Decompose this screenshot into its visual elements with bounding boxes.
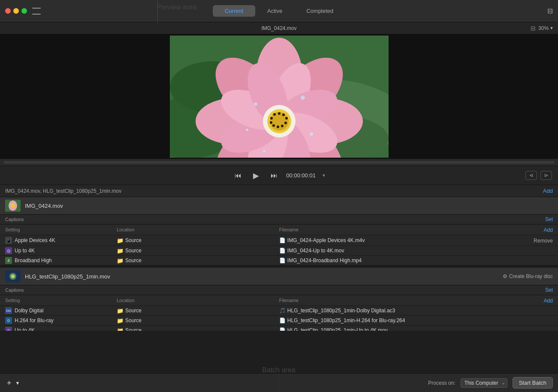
col-header-setting-2: Setting bbox=[5, 298, 117, 303]
minimize-button[interactable] bbox=[13, 8, 19, 14]
job-2-thumbnail-svg bbox=[5, 270, 21, 282]
svg-point-24 bbox=[278, 112, 281, 115]
titlebar: Current Active Completed ⊟ bbox=[0, 0, 558, 22]
batch-add-button[interactable]: Add bbox=[543, 188, 553, 194]
svg-point-31 bbox=[270, 121, 272, 124]
preview-header-right: ⊟ 30% ▼ bbox=[531, 25, 554, 32]
add-btn-group: + ▼ bbox=[5, 378, 21, 388]
job-1-filename-3: 📄 IMG_0424-Broadband High.mp4 bbox=[279, 257, 523, 263]
job-2-captions-row: Captions Set bbox=[0, 285, 558, 295]
svg-point-34 bbox=[254, 102, 257, 106]
job-item-1: IMG_0424.mov Captions Set Setting Locati… bbox=[0, 197, 558, 266]
create-bluray-button[interactable]: ⚙ Create Blu-ray disc bbox=[503, 273, 553, 279]
timecode-display[interactable]: 00:00:00:01 bbox=[286, 172, 316, 179]
bottom-right-controls: Process on: This Computer Start Batch bbox=[428, 377, 553, 389]
playback-right-controls: ⊲ ⊳ bbox=[525, 171, 552, 180]
job-1-settings: Captions Set Setting Location Filename A… bbox=[0, 215, 558, 266]
job-2-add-button[interactable]: Add bbox=[544, 298, 553, 304]
file-icon-3: 📄 bbox=[279, 257, 286, 263]
file-icon-2: 📄 bbox=[279, 248, 286, 254]
svg-point-44 bbox=[11, 275, 15, 278]
skip-back-button[interactable]: ⏮ bbox=[232, 170, 244, 182]
job-1-add-button[interactable]: Add bbox=[544, 227, 553, 233]
folder-icon: 📁 bbox=[117, 237, 124, 244]
job-2-setting-2: ⊙ H.264 for Blu-ray bbox=[5, 317, 117, 324]
folder-icon-2: 📁 bbox=[117, 248, 124, 254]
play-button[interactable]: ▶ bbox=[250, 170, 262, 182]
process-label: Process on: bbox=[428, 380, 455, 386]
svg-point-33 bbox=[273, 113, 276, 116]
preview-filename: IMG_0424.mov bbox=[261, 25, 296, 31]
job-2-set-button[interactable]: Set bbox=[545, 287, 553, 293]
vertical-divider bbox=[279, 374, 279, 392]
job-1-setting-row-2: ⊙ Up to 4K 📁 Source 📄 IMG_0424-Up to 4K.… bbox=[0, 246, 558, 256]
zoom-chevron-icon: ▼ bbox=[549, 26, 554, 30]
job-2-filename-2: 📄 HLG_testClip_1080p25_1min-H.264 for Bl… bbox=[279, 317, 523, 323]
svg-point-32 bbox=[270, 117, 273, 120]
svg-point-30 bbox=[272, 124, 275, 127]
add-job-chevron-button[interactable]: ▼ bbox=[14, 380, 21, 386]
circle2-icon: ⊙ bbox=[5, 327, 12, 331]
svg-point-35 bbox=[301, 96, 305, 100]
process-select[interactable]: This Computer bbox=[461, 378, 507, 388]
job-1-setting-3: 4 Broadband High bbox=[5, 257, 117, 264]
folder-icon-3: 📁 bbox=[117, 257, 124, 264]
col-header-add-2: Add bbox=[523, 296, 553, 304]
fullscreen-button[interactable] bbox=[21, 8, 27, 14]
zoom-control[interactable]: 30% ▼ bbox=[538, 25, 554, 31]
job-1-setting-2: ⊙ Up to 4K bbox=[5, 247, 117, 254]
job-1-captions-row: Captions Set bbox=[0, 215, 558, 224]
scrubber-timeline[interactable] bbox=[3, 161, 555, 164]
batch-header-row: IMG_0424.mov, HLG_testClip_1080p25_1min.… bbox=[0, 185, 558, 197]
job-1-filename-1: 📄 IMG_0424-Apple Devices 4K.m4v bbox=[279, 237, 523, 243]
mark-out-button[interactable]: ⊳ bbox=[540, 171, 552, 180]
job-2-location-3: 📁 Source bbox=[117, 327, 279, 331]
close-button[interactable] bbox=[5, 8, 11, 14]
col-header-filename-2: Filename bbox=[279, 298, 523, 303]
captions-label: Captions bbox=[5, 217, 545, 222]
job-1-setting-row-1: 📱 Apple Devices 4K 📁 Source 📄 IMG_0424-A… bbox=[0, 235, 558, 246]
skip-forward-button[interactable]: ⏭ bbox=[268, 170, 280, 182]
playback-controls: ⏮ ▶ ⏭ 00:00:00:01 ▼ ⊲ ⊳ bbox=[0, 166, 558, 185]
tab-completed[interactable]: Completed bbox=[294, 5, 345, 17]
job-2-thumbnail bbox=[5, 270, 21, 282]
tab-current[interactable]: Current bbox=[213, 5, 255, 17]
job-1-location-3: 📁 Source bbox=[117, 257, 279, 264]
job-2-setting-row-3: ⊙ Up to 4K 📁 Source 📄 HLG_testClip_1080p… bbox=[0, 326, 558, 331]
job-2-location-2: 📁 Source bbox=[117, 317, 279, 324]
file-icon-5: 📄 bbox=[279, 317, 286, 323]
scrubber-bar[interactable]: ⌖ bbox=[0, 159, 558, 166]
svg-point-28 bbox=[281, 125, 284, 127]
zoom-value: 30% bbox=[538, 25, 549, 31]
col-header-filename: Filename bbox=[279, 227, 523, 232]
job-1-remove-button[interactable]: Remove bbox=[534, 238, 553, 244]
job-2-setting-1: DD Dolby Digital bbox=[5, 307, 117, 314]
preview-header: IMG_0424.mov ⊟ 30% ▼ bbox=[0, 22, 558, 34]
tab-active[interactable]: Active bbox=[255, 5, 294, 17]
file-icon-6: 📄 bbox=[279, 327, 286, 331]
split-view-icon[interactable]: ⊟ bbox=[531, 25, 536, 32]
folder-icon-6: 📁 bbox=[117, 327, 124, 331]
svg-point-36 bbox=[246, 129, 248, 131]
start-batch-button[interactable]: Start Batch bbox=[513, 377, 553, 389]
job-2-setting-3: ⊙ Up to 4K bbox=[5, 327, 117, 331]
traffic-lights bbox=[5, 8, 27, 14]
job-1-set-button[interactable]: Set bbox=[545, 216, 553, 222]
mark-in-button[interactable]: ⊲ bbox=[525, 171, 537, 180]
4k-icon: 4 bbox=[5, 257, 12, 264]
bottom-bar: + ▼ Process on: This Computer Start Batc… bbox=[0, 373, 558, 392]
settings-icon[interactable]: ⊟ bbox=[547, 7, 553, 15]
svg-point-26 bbox=[285, 117, 288, 120]
svg-point-29 bbox=[277, 126, 279, 128]
folder-icon-5: 📁 bbox=[117, 317, 124, 324]
folder-icon-4: 📁 bbox=[117, 308, 124, 314]
gear-icon: ⚙ bbox=[503, 273, 507, 279]
col-header-setting: Setting bbox=[5, 227, 117, 232]
preview-image bbox=[170, 36, 389, 158]
process-select-wrapper: This Computer bbox=[461, 378, 507, 388]
add-job-button[interactable]: + bbox=[5, 378, 13, 388]
sidebar-toggle-button[interactable] bbox=[32, 8, 41, 15]
job-item-2: HLG_testClip_1080p25_1min.mov ⚙ Create B… bbox=[0, 268, 558, 331]
job-2-settings: Captions Set Setting Location Filename A… bbox=[0, 285, 558, 331]
job-1-setting-1: 📱 Apple Devices 4K bbox=[5, 237, 117, 244]
